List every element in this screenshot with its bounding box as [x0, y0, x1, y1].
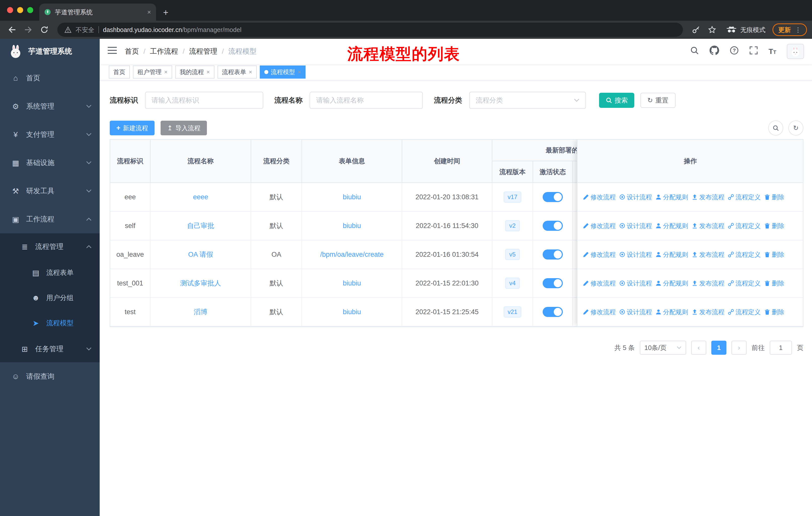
process-definition-link[interactable]: 流程定义	[728, 193, 761, 201]
tag-close-icon[interactable]	[249, 69, 252, 75]
user-avatar[interactable]	[787, 44, 804, 59]
tag-process-form[interactable]: 流程表单	[218, 65, 257, 79]
delete-link[interactable]: 删除	[764, 308, 784, 316]
forward-button[interactable]	[21, 23, 35, 37]
search-button[interactable]: 搜索	[599, 93, 634, 108]
sidebar-item-process-model[interactable]: ➤ 流程模型	[0, 310, 100, 335]
breadcrumb-workflow[interactable]: 工作流程	[150, 47, 178, 56]
publish-process-link[interactable]: 发布流程	[692, 193, 724, 201]
sidebar-item-workflow[interactable]: ▣ 工作流程	[0, 205, 100, 233]
cell-form-info[interactable]: biubiu	[302, 269, 402, 297]
sidebar-item-infrastructure[interactable]: ▦ 基础设施	[0, 148, 100, 177]
delete-link[interactable]: 删除	[764, 279, 784, 288]
tag-tenant-mgmt[interactable]: 租户管理	[133, 65, 172, 79]
breadcrumb-home[interactable]: 首页	[125, 47, 139, 56]
process-definition-link[interactable]: 流程定义	[728, 279, 761, 288]
cell-process-name[interactable]: 自己审批	[150, 212, 251, 240]
active-toggle[interactable]	[543, 221, 563, 231]
design-process-link[interactable]: 设计流程	[619, 193, 652, 201]
delete-link[interactable]: 删除	[764, 250, 784, 259]
back-button[interactable]	[5, 23, 19, 37]
publish-process-link[interactable]: 发布流程	[692, 279, 724, 288]
tag-home[interactable]: 首页	[109, 65, 130, 79]
cell-process-name[interactable]: OA 请假	[150, 240, 251, 269]
window-close-button[interactable]	[7, 7, 13, 13]
current-page-button[interactable]: 1	[711, 341, 726, 355]
tag-my-process[interactable]: 我的流程	[175, 65, 214, 79]
browser-update-button[interactable]: 更新	[773, 23, 807, 36]
cell-process-name[interactable]: eeee	[150, 183, 251, 211]
next-page-button[interactable]	[731, 341, 747, 355]
publish-process-link[interactable]: 发布流程	[692, 308, 724, 316]
publish-process-link[interactable]: 发布流程	[692, 250, 724, 259]
goto-page-input[interactable]	[770, 341, 792, 355]
window-zoom-button[interactable]	[27, 7, 33, 13]
github-icon[interactable]	[709, 46, 719, 57]
active-toggle[interactable]	[543, 192, 563, 202]
sidebar-item-home[interactable]: ⌂ 首页	[0, 64, 100, 92]
delete-link[interactable]: 删除	[764, 222, 784, 230]
browser-menu-icon[interactable]	[795, 26, 801, 33]
modify-process-link[interactable]: 修改流程	[583, 222, 616, 230]
cell-form-info[interactable]: biubiu	[302, 212, 402, 240]
reset-button[interactable]: 重置	[640, 93, 675, 108]
refresh-table-button[interactable]	[788, 120, 804, 136]
tag-close-icon[interactable]	[206, 69, 210, 75]
tag-close-icon[interactable]	[164, 69, 168, 75]
font-size-icon[interactable]: TT	[768, 47, 776, 56]
fullscreen-icon[interactable]	[749, 46, 758, 57]
cell-form-info[interactable]: /bpm/oa/leave/create	[302, 240, 402, 269]
active-toggle[interactable]	[543, 249, 563, 260]
window-minimize-button[interactable]	[17, 7, 23, 13]
toggle-search-button[interactable]	[768, 120, 783, 136]
process-definition-link[interactable]: 流程定义	[728, 250, 761, 259]
tag-close-icon[interactable]	[297, 69, 301, 75]
modify-process-link[interactable]: 修改流程	[583, 193, 616, 201]
breadcrumb-process-mgmt[interactable]: 流程管理	[189, 47, 218, 56]
cell-form-info[interactable]: biubiu	[302, 183, 402, 211]
design-process-link[interactable]: 设计流程	[619, 250, 652, 259]
modify-process-link[interactable]: 修改流程	[583, 250, 616, 259]
header-search-icon[interactable]	[690, 46, 699, 57]
reload-button[interactable]	[37, 23, 51, 37]
assign-rule-link[interactable]: 分配规则	[656, 308, 688, 316]
process-definition-link[interactable]: 流程定义	[728, 308, 761, 316]
design-process-link[interactable]: 设计流程	[619, 222, 652, 230]
sidebar-item-task-mgmt[interactable]: ⊞ 任务管理	[0, 335, 100, 362]
sidebar-item-leave-query[interactable]: ☺ 请假查询	[0, 362, 100, 390]
assign-rule-link[interactable]: 分配规则	[656, 193, 688, 201]
modify-process-link[interactable]: 修改流程	[583, 308, 616, 316]
help-icon[interactable]: ?	[730, 46, 739, 57]
process-definition-link[interactable]: 流程定义	[728, 222, 761, 230]
create-process-button[interactable]: 新建流程	[110, 121, 154, 135]
sidebar-item-process-mgmt[interactable]: ≣ 流程管理	[0, 233, 100, 260]
design-process-link[interactable]: 设计流程	[619, 308, 652, 316]
process-name-input[interactable]	[310, 92, 423, 109]
process-id-input[interactable]	[145, 92, 263, 109]
new-tab-button[interactable]	[163, 8, 168, 17]
address-bar[interactable]: 不安全 dashboard.yudao.iocoder.cn/bpm/manag…	[57, 23, 683, 37]
sidebar-item-process-form[interactable]: ▤ 流程表单	[0, 260, 100, 285]
process-category-select[interactable]: 流程分类	[469, 92, 586, 109]
cell-form-info[interactable]: biubiu	[302, 298, 402, 326]
sidebar-item-user-group[interactable]: ☻ 用户分组	[0, 285, 100, 310]
page-size-select[interactable]: 10条/页	[640, 341, 686, 355]
active-toggle[interactable]	[543, 278, 563, 288]
tag-process-model[interactable]: 流程模型	[260, 65, 306, 79]
assign-rule-link[interactable]: 分配规则	[656, 250, 688, 259]
publish-process-link[interactable]: 发布流程	[692, 222, 724, 230]
sidebar-collapse-button[interactable]	[108, 46, 117, 56]
sidebar-item-payment[interactable]: ¥ 支付管理	[0, 120, 100, 148]
assign-rule-link[interactable]: 分配规则	[656, 222, 688, 230]
cell-process-name[interactable]: 测试多审批人	[150, 269, 251, 297]
prev-page-button[interactable]	[691, 341, 706, 355]
assign-rule-link[interactable]: 分配规则	[656, 279, 688, 288]
modify-process-link[interactable]: 修改流程	[583, 279, 616, 288]
delete-link[interactable]: 删除	[764, 193, 784, 201]
sidebar-item-devtools[interactable]: ⚒ 研发工具	[0, 177, 100, 205]
password-key-icon[interactable]	[689, 23, 703, 37]
active-toggle[interactable]	[543, 307, 563, 317]
tab-close-icon[interactable]	[147, 9, 151, 16]
design-process-link[interactable]: 设计流程	[619, 279, 652, 288]
sidebar-item-system[interactable]: ⚙ 系统管理	[0, 92, 100, 120]
